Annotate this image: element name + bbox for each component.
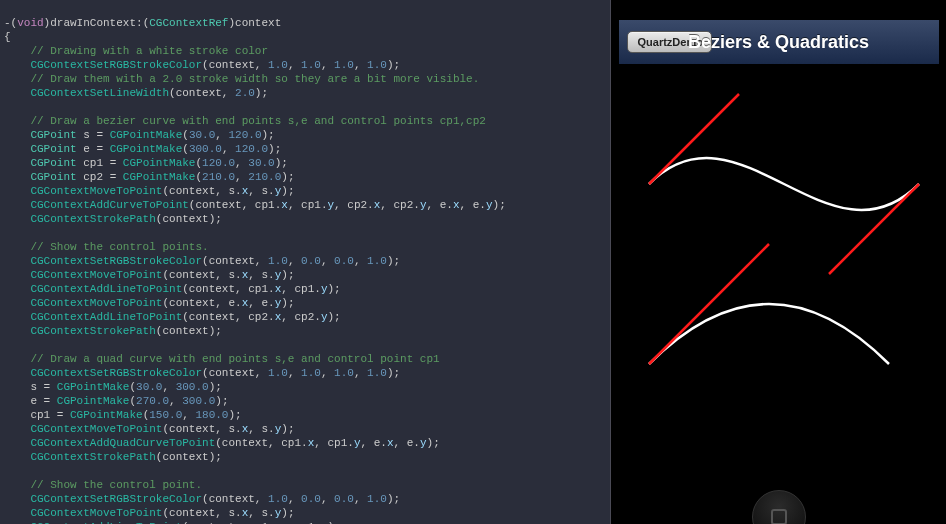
- function-call: CGContextSetRGBStrokeColor: [30, 59, 202, 71]
- comment: // Draw a quad curve with end points s,e…: [30, 353, 439, 365]
- comment: // Draw them with a 2.0 stroke width so …: [30, 73, 479, 85]
- drawing-canvas: [619, 64, 939, 484]
- home-icon: [771, 509, 787, 524]
- comment: // Drawing with a white stroke color: [30, 45, 268, 57]
- comment: // Show the control points.: [30, 241, 208, 253]
- back-button[interactable]: QuartzDemo: [627, 31, 712, 53]
- code: -(: [4, 17, 17, 29]
- status-bar: [619, 0, 939, 20]
- control-line: [649, 244, 769, 364]
- cubic-bezier-curve: [649, 158, 919, 210]
- quad-bezier-curve: [649, 304, 889, 364]
- simulator-pane: QuartzDemo Beziers & Quadratics: [610, 0, 946, 524]
- home-button-area: [611, 490, 946, 524]
- control-line: [649, 94, 739, 184]
- nav-bar: QuartzDemo Beziers & Quadratics: [619, 20, 939, 64]
- code-editor[interactable]: -(void)drawInContext:(CGContextRef)conte…: [0, 0, 610, 524]
- comment: // Draw a bezier curve with end points s…: [30, 115, 485, 127]
- comment: // Show the control point.: [30, 479, 202, 491]
- home-button[interactable]: [752, 490, 806, 524]
- device-frame: QuartzDemo Beziers & Quadratics: [619, 0, 939, 484]
- control-line: [829, 184, 919, 274]
- bezier-render: [619, 64, 939, 484]
